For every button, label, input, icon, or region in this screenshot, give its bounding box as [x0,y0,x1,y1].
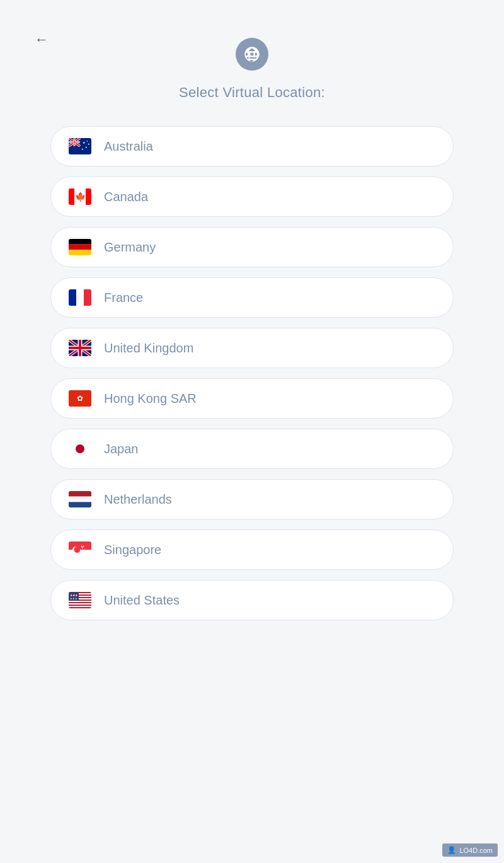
location-name-japan: Japan [104,442,139,456]
location-item-singapore[interactable]: ★ ★ ★ ★ ★ Singapore [50,530,454,570]
svg-rect-24 [84,289,91,306]
svg-rect-21 [69,250,91,255]
flag-australia: ★ ★ ★ ★ ★ [69,138,91,154]
location-item-netherlands[interactable]: Netherlands [50,479,454,519]
svg-text:★: ★ [85,146,88,149]
back-button[interactable]: ← [32,28,52,51]
svg-rect-23 [76,289,84,306]
flag-us: ★★★ ★★★ [69,592,91,608]
location-item-uk[interactable]: United Kingdom [50,328,454,368]
svg-rect-22 [69,289,76,306]
watermark: 👤 LO4D.com [442,843,498,857]
flag-canada: 🍁 [69,188,91,205]
svg-text:★★★: ★★★ [70,597,77,600]
location-name-netherlands: Netherlands [104,492,172,507]
location-name-australia: Australia [104,139,153,154]
svg-text:★: ★ [81,148,84,151]
svg-text:★: ★ [83,545,85,548]
location-item-australia[interactable]: ★ ★ ★ ★ ★ Australia [50,126,454,166]
page-title: Select Virtual Location: [179,84,325,101]
svg-text:★: ★ [83,548,86,552]
location-name-uk: United Kingdom [104,341,193,356]
flag-germany [69,239,91,255]
svg-rect-19 [69,239,91,245]
svg-point-38 [76,444,84,453]
svg-rect-17 [86,188,91,205]
flag-uk [69,340,91,356]
location-name-singapore: Singapore [104,543,161,557]
svg-rect-9 [69,142,80,142]
location-item-us[interactable]: ★★★ ★★★ United States [50,580,454,620]
svg-text:✿: ✿ [77,394,83,403]
location-list: ★ ★ ★ ★ ★ Australia 🍁 Canada [50,126,454,620]
location-item-japan[interactable]: Japan [50,429,454,469]
svg-rect-33 [69,347,91,349]
location-name-germany: Germany [104,240,156,255]
svg-rect-40 [69,497,91,502]
svg-rect-15 [69,188,74,205]
svg-rect-39 [69,491,91,497]
svg-rect-57 [69,606,91,607]
flag-singapore: ★ ★ ★ ★ ★ [69,542,91,558]
location-item-hongkong[interactable]: ✿ Hong Kong SAR [50,378,454,419]
svg-text:🍁: 🍁 [75,192,86,202]
svg-text:★: ★ [88,142,90,146]
watermark-text: LO4D.com [459,847,493,854]
globe-icon [236,38,268,71]
flag-hongkong: ✿ [69,390,91,407]
svg-rect-41 [69,502,91,507]
page-header: Select Virtual Location: [50,38,454,101]
flag-france [69,289,91,306]
globe-svg [243,45,261,63]
location-name-france: France [104,291,143,305]
location-item-germany[interactable]: Germany [50,227,454,267]
svg-text:★: ★ [79,548,82,552]
svg-rect-56 [69,603,91,605]
location-name-hongkong: Hong Kong SAR [104,391,197,406]
location-item-france[interactable]: France [50,277,454,318]
flag-netherlands [69,491,91,507]
location-name-us: United States [104,593,180,608]
app-container: ← Select Virtual Location: [0,0,504,863]
flag-japan [69,441,91,457]
svg-rect-20 [69,245,91,250]
svg-rect-55 [69,601,91,602]
location-item-canada[interactable]: 🍁 Canada [50,177,454,217]
location-name-canada: Canada [104,190,148,204]
